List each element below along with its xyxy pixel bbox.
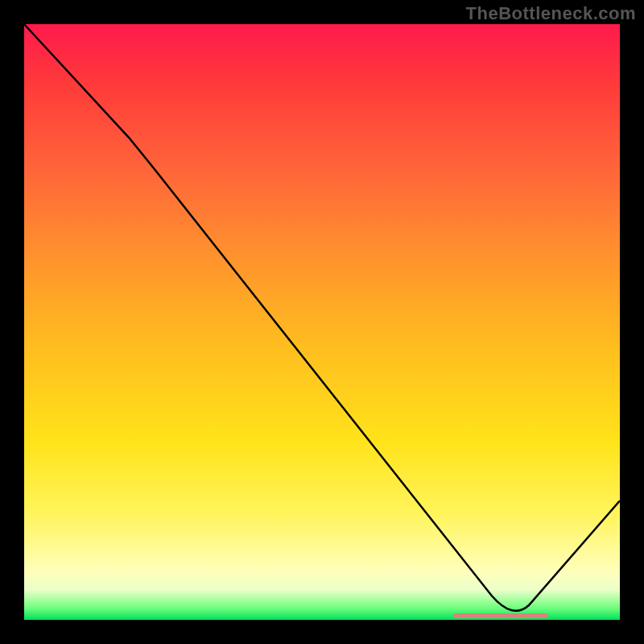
series-line bbox=[24, 24, 620, 611]
optimal-range-marker bbox=[453, 613, 548, 618]
watermark-text: TheBottleneck.com bbox=[466, 3, 636, 24]
plot-area bbox=[24, 24, 620, 620]
chart-frame: TheBottleneck.com bbox=[0, 0, 644, 644]
bottleneck-curve bbox=[24, 24, 620, 620]
